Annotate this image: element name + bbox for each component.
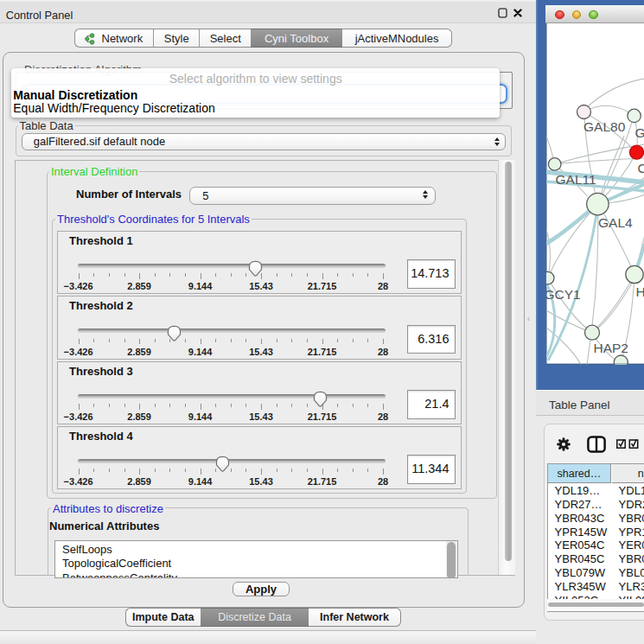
svg-text:C: C (637, 161, 644, 175)
svg-text:GAL11: GAL11 (555, 172, 596, 187)
svg-text:GA: GA (634, 125, 644, 140)
svg-text:GCY1: GCY1 (546, 287, 581, 302)
svg-text:HAP2: HAP2 (593, 341, 628, 355)
svg-text:GAL80: GAL80 (583, 119, 626, 134)
svg-text:GAL4: GAL4 (598, 215, 633, 230)
svg-text:H: H (635, 284, 644, 299)
